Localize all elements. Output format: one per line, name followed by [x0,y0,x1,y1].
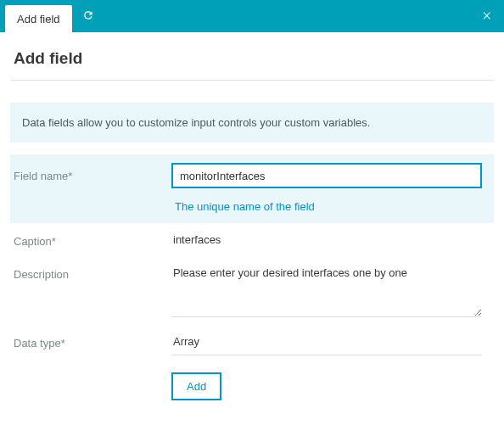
form: Field name* The unique name of the field… [10,154,494,400]
label-description: Description [10,261,171,281]
topbar: Add field [0,0,504,32]
row-caption: Caption* interfaces [10,223,494,256]
field-name-help: The unique name of the field [171,200,482,213]
tab-label: Add field [17,13,60,25]
content: Add field Data fields allow you to custo… [0,32,504,417]
add-button[interactable]: Add [171,372,221,400]
info-banner: Data fields allow you to customize input… [10,103,494,143]
label-caption: Caption* [10,228,171,248]
data-type-value: Array [173,335,199,348]
description-input[interactable] [171,261,482,317]
refresh-button[interactable] [72,0,104,32]
label-field-name: Field name* [10,163,171,182]
field-name-input[interactable] [171,163,482,188]
row-field-name: Field name* The unique name of the field [10,154,494,223]
actions: Add [10,372,494,400]
tab-add-field[interactable]: Add field [5,5,72,32]
close-button[interactable] [470,0,504,32]
refresh-icon [82,9,94,24]
page-title: Add field [10,42,494,81]
label-data-type: Data type* [10,330,171,350]
row-description: Description ..: [10,256,494,325]
caption-value[interactable]: interfaces [171,228,482,251]
close-icon [482,9,493,24]
data-type-select[interactable]: Array [171,330,482,355]
row-data-type: Data type* Array [10,325,494,361]
